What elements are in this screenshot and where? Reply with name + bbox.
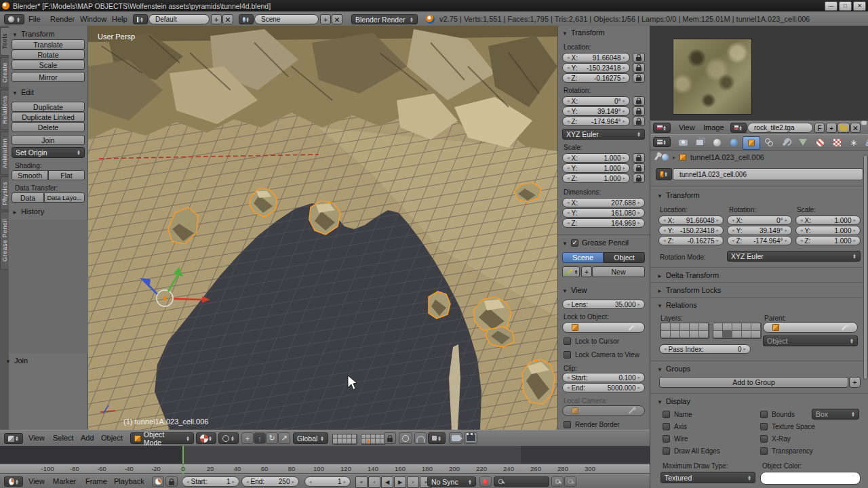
tab-render-layers[interactable]	[692, 136, 708, 148]
orientation-dropdown[interactable]: Global	[293, 432, 328, 444]
object-color-swatch[interactable]	[760, 472, 861, 485]
tab-object-data[interactable]	[795, 136, 811, 148]
rotation-x-field[interactable]: X:0°	[562, 96, 630, 106]
xray-checkbox[interactable]	[760, 435, 768, 443]
transparency-checkbox[interactable]	[760, 447, 768, 455]
layer-cell[interactable]	[342, 439, 347, 444]
panel-header-transform[interactable]: Transform	[562, 28, 605, 37]
smooth-button[interactable]: Smooth	[12, 170, 48, 180]
panel-header-relations[interactable]: Relations	[657, 301, 697, 309]
image-browse-button[interactable]	[730, 123, 747, 133]
menu-window[interactable]: Window	[80, 15, 106, 23]
editor-type-properties-button[interactable]	[653, 137, 671, 147]
prev-keyframe-button[interactable]: ‹	[368, 476, 380, 488]
layer-cell[interactable]	[376, 439, 380, 444]
gp-new-layer-button[interactable]: New	[592, 266, 645, 277]
tab-grease-pencil[interactable]: Grease Pencil	[0, 211, 9, 270]
location-x-field[interactable]: X:91.66048	[658, 216, 724, 225]
layer-cell[interactable]	[342, 434, 347, 439]
tab-animation[interactable]: Animation	[0, 131, 9, 175]
rotation-z-field[interactable]: Z:-174.964°	[562, 117, 630, 126]
playhead[interactable]	[182, 446, 184, 464]
display-wire-row[interactable]: Wire	[663, 435, 688, 443]
manipulator-toggle-button[interactable]: +	[241, 432, 254, 444]
minimize-button[interactable]: —	[825, 1, 837, 11]
scale-button[interactable]: Scale	[12, 60, 85, 70]
lock-scale-z-button[interactable]	[633, 174, 645, 183]
tab-object[interactable]	[743, 136, 760, 150]
use-preview-range-button[interactable]	[152, 476, 164, 487]
flat-button[interactable]: Flat	[48, 170, 85, 180]
layer-cell[interactable]	[751, 323, 761, 331]
duplicate-linked-button[interactable]: Duplicate Linked	[12, 112, 85, 122]
tab-physics[interactable]: Physics	[0, 176, 9, 210]
parent-field[interactable]	[763, 322, 858, 333]
lock-location-x-button[interactable]	[633, 53, 645, 62]
manipulator-scale-button[interactable]: ↗	[278, 432, 290, 444]
proportional-edit-dropdown[interactable]	[399, 432, 412, 444]
rotation-z-field[interactable]: Z:-174.964°	[727, 236, 792, 245]
delete-keyframe-button[interactable]	[564, 476, 576, 487]
panel-header-groups[interactable]: Groups	[657, 365, 690, 373]
layer-cell[interactable]	[366, 434, 371, 439]
clip-end-field[interactable]: End:5000.000	[562, 383, 645, 392]
layer-cell[interactable]	[661, 331, 671, 338]
add-group-plus-button[interactable]: +	[849, 377, 861, 388]
layer-cell[interactable]	[732, 331, 742, 338]
editor-type-timeline-button[interactable]	[4, 476, 23, 487]
timeline-dopesheet[interactable]	[0, 446, 650, 464]
tab-particles[interactable]: ∗	[846, 136, 862, 148]
grease-pencil-enable-checkbox[interactable]	[571, 239, 578, 247]
menu-help[interactable]: Help	[112, 15, 127, 23]
layer-cell[interactable]	[723, 331, 732, 338]
viewport-layers-grid[interactable]	[332, 434, 386, 445]
display-bounds-row[interactable]: Bounds	[760, 411, 795, 418]
jump-to-start-button[interactable]: «	[355, 476, 368, 488]
layer-cell[interactable]	[732, 323, 742, 331]
auto-keyframe-button[interactable]	[479, 476, 492, 487]
image-new-button[interactable]: +	[826, 123, 837, 133]
opengl-render-anim-button[interactable]	[464, 432, 477, 444]
lock-location-y-button[interactable]	[633, 63, 645, 73]
layout-add-button[interactable]: +	[211, 14, 222, 24]
layer-cell[interactable]	[690, 323, 699, 331]
dimensions-x-field[interactable]: X:207.688	[562, 198, 645, 207]
editor-type-view3d-button[interactable]	[4, 433, 23, 444]
panel-header-transform-locks[interactable]: Transform Locks	[657, 286, 721, 294]
frame-end-field[interactable]: End:250	[241, 476, 299, 487]
name-checkbox[interactable]	[663, 411, 670, 418]
render-border-row[interactable]: Render Border	[564, 421, 620, 428]
rotation-y-field[interactable]: Y:39.149°	[727, 226, 792, 235]
duplicate-button[interactable]: Duplicate	[12, 102, 85, 112]
close-button[interactable]: ✕	[853, 1, 866, 11]
play-reverse-button[interactable]: ◀	[381, 476, 393, 488]
delete-button[interactable]: Delete	[12, 122, 85, 132]
layer-cell[interactable]	[723, 323, 732, 331]
display-axis-row[interactable]: Axis	[663, 423, 687, 430]
tab-texture[interactable]	[829, 136, 845, 148]
menu-marker[interactable]: Marker	[53, 477, 76, 485]
layer-cell[interactable]	[661, 323, 671, 331]
scale-y-field[interactable]: Y:1.000	[795, 226, 861, 235]
layer-cell[interactable]	[338, 439, 342, 444]
layer-cell[interactable]	[371, 434, 376, 439]
translate-button[interactable]: Translate	[12, 39, 85, 49]
layers-grid[interactable]	[660, 323, 762, 339]
scale-x-field[interactable]: X:1.000	[795, 216, 861, 225]
menu-frame[interactable]: Frame	[85, 477, 107, 485]
panel-header-join-operator[interactable]: Join	[5, 357, 28, 365]
next-keyframe-button[interactable]: ›	[407, 476, 419, 488]
rotate-button[interactable]: Rotate	[12, 49, 85, 60]
insert-keyframe-button[interactable]	[551, 476, 564, 487]
image-editor-canvas[interactable]	[650, 26, 868, 121]
snap-element-dropdown[interactable]	[428, 432, 446, 444]
menu-view[interactable]: View	[28, 477, 45, 485]
panel-header-view[interactable]: View	[562, 286, 587, 294]
location-y-field[interactable]: Y:-150.23418	[658, 226, 724, 235]
viewport-canvas[interactable]: User Persp (1) tunnel1A.023_cell.006	[88, 26, 557, 430]
location-z-field[interactable]: Z:-0.16275	[658, 236, 724, 245]
layer-cell[interactable]	[352, 439, 357, 444]
gp-new-plus-button[interactable]: +	[581, 266, 592, 277]
menu-render[interactable]: Render	[50, 15, 75, 23]
tab-constraints[interactable]	[761, 136, 777, 148]
